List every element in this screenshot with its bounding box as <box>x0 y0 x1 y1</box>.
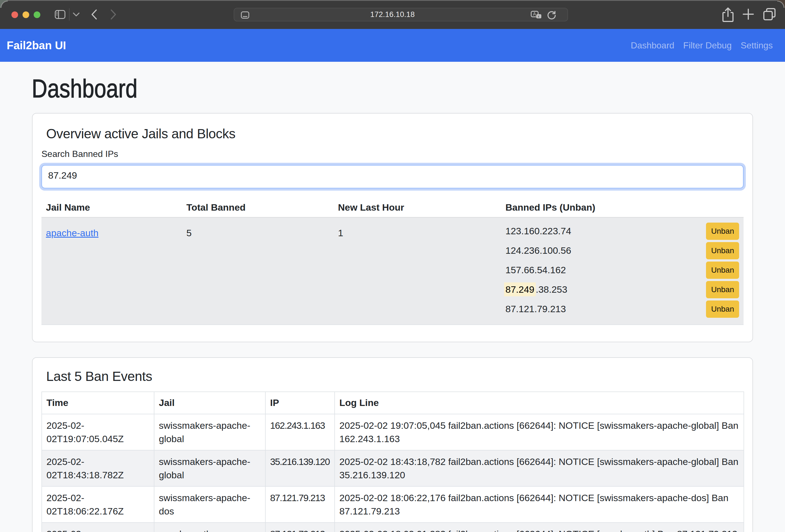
svg-text:x: x <box>538 15 539 18</box>
svg-text:A: A <box>533 12 536 17</box>
